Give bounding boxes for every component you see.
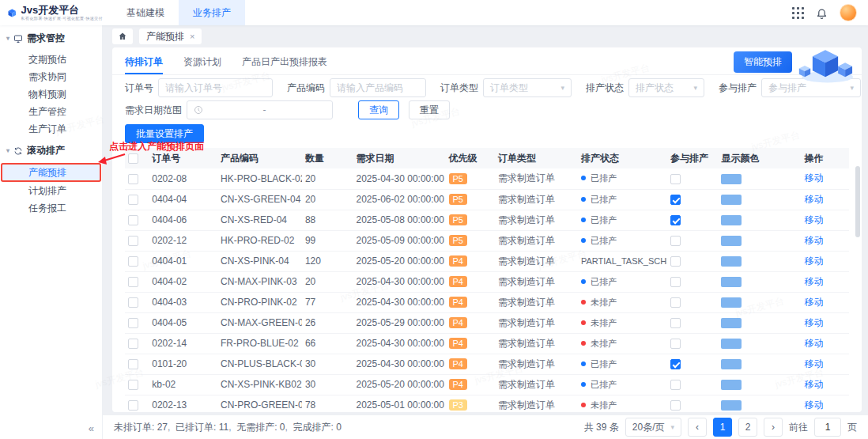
participate-checkbox[interactable]	[670, 236, 681, 246]
move-link[interactable]: 移动	[804, 194, 823, 205]
page-button-2[interactable]: 2	[738, 418, 757, 437]
sidebar-section-demand-control[interactable]: ▾ 需求管控	[0, 25, 102, 51]
move-link[interactable]: 移动	[804, 317, 823, 328]
participate-checkbox[interactable]	[670, 380, 681, 390]
top-tab-business-scheduling[interactable]: 业务排产	[179, 0, 245, 25]
color-swatch[interactable]	[721, 215, 742, 225]
next-page-button[interactable]: ›	[764, 418, 783, 437]
page-tab-label: 产能预排	[146, 30, 184, 44]
participate-checkbox[interactable]	[670, 277, 681, 287]
filter-row-2: 需求日期范围 - 查询 重置	[125, 100, 849, 119]
participate-checkbox[interactable]	[670, 215, 681, 225]
row-checkbox[interactable]	[128, 256, 138, 267]
table-row: 0404-04 CN-XS-GREEN-04 20 2025-06-02 00:…	[125, 189, 849, 210]
table-row: 0202-13 CN-PRO-GREEN-02 78 2025-05-01 00…	[125, 395, 849, 412]
participate-checkbox[interactable]	[670, 400, 681, 411]
user-avatar[interactable]	[840, 4, 857, 21]
row-checkbox[interactable]	[128, 215, 138, 225]
apps-grid-icon[interactable]	[792, 7, 804, 19]
row-checkbox[interactable]	[128, 195, 138, 205]
close-icon[interactable]: ×	[190, 32, 194, 41]
search-button[interactable]: 查询	[358, 100, 399, 119]
cubes-illustration-icon	[792, 47, 859, 85]
move-link[interactable]: 移动	[804, 235, 823, 246]
sidebar-item-production-control[interactable]: 生产管控	[0, 103, 102, 120]
row-checkbox[interactable]	[128, 380, 138, 390]
schedule-status-label: 排产状态	[586, 81, 624, 95]
move-link[interactable]: 移动	[804, 276, 823, 287]
color-swatch[interactable]	[721, 297, 742, 308]
participate-checkbox[interactable]	[670, 339, 681, 349]
row-checkbox[interactable]	[128, 277, 138, 287]
participate-checkbox[interactable]	[670, 195, 681, 205]
color-swatch[interactable]	[721, 236, 742, 246]
select-all-checkbox[interactable]	[128, 153, 138, 164]
color-swatch[interactable]	[721, 400, 742, 411]
smart-preschedule-button[interactable]: 智能预排	[734, 51, 792, 73]
tab-pending-orders[interactable]: 待排订单	[125, 52, 163, 74]
color-swatch[interactable]	[721, 359, 742, 369]
row-checkbox[interactable]	[128, 236, 138, 246]
product-code-input[interactable]	[330, 78, 426, 97]
annotation-arrow-icon	[98, 151, 128, 167]
color-swatch[interactable]	[721, 318, 742, 328]
color-swatch[interactable]	[721, 195, 742, 205]
color-swatch[interactable]	[721, 277, 742, 287]
color-swatch[interactable]	[721, 256, 742, 267]
participate-checkbox[interactable]	[670, 318, 681, 328]
row-checkbox[interactable]	[128, 339, 138, 349]
goto-page-input[interactable]	[814, 418, 841, 437]
bell-icon[interactable]	[816, 7, 828, 19]
header-actions	[792, 4, 868, 21]
reset-button[interactable]: 重置	[409, 100, 450, 119]
move-link[interactable]: 移动	[804, 255, 823, 267]
tab-daily-output-report[interactable]: 产品日产出预排报表	[242, 52, 327, 74]
participate-checkbox[interactable]	[670, 174, 681, 184]
color-swatch[interactable]	[721, 339, 742, 349]
top-nav: 基础建模 业务排产	[112, 0, 245, 25]
pagination: 共 39 条 20条/页 ▾ ‹ 1 2 › 前往 页	[584, 418, 857, 437]
home-tab[interactable]	[112, 28, 133, 44]
prev-page-button[interactable]: ‹	[688, 418, 707, 437]
row-checkbox[interactable]	[128, 297, 138, 308]
order-no-input[interactable]	[158, 78, 273, 97]
move-link[interactable]: 移动	[804, 214, 823, 225]
top-tab-basic-modeling[interactable]: 基础建模	[112, 0, 179, 25]
cell-order-type: 需求制造订单	[495, 312, 578, 333]
color-swatch[interactable]	[721, 174, 742, 184]
sidebar-item-delivery-estimate[interactable]: 交期预估	[0, 51, 102, 68]
sidebar-section-rolling-scheduling[interactable]: ▾ 滚动排产	[0, 138, 102, 163]
color-swatch[interactable]	[721, 380, 742, 390]
page-button-1[interactable]: 1	[713, 418, 732, 437]
date-range-picker[interactable]: -	[187, 100, 333, 119]
move-link[interactable]: 移动	[804, 379, 823, 390]
cell-product-code: CN-XS-PINK-KB02	[217, 374, 302, 395]
schedule-status-select[interactable]: 排产状态 ▾	[628, 78, 704, 97]
sidebar-item-demand-collaboration[interactable]: 需求协同	[0, 68, 102, 85]
sidebar-item-plan-scheduling[interactable]: 计划排产	[0, 182, 102, 199]
order-type-select[interactable]: 订单类型 ▾	[483, 78, 572, 97]
sidebar-collapse-button[interactable]: «	[89, 422, 94, 434]
row-checkbox[interactable]	[128, 174, 138, 184]
sidebar-item-material-forecast[interactable]: 物料预测	[0, 85, 102, 103]
move-link[interactable]: 移动	[804, 358, 823, 369]
move-link[interactable]: 移动	[804, 297, 823, 308]
row-checkbox[interactable]	[128, 359, 138, 369]
move-link[interactable]: 移动	[804, 338, 823, 349]
tab-resource-plan[interactable]: 资源计划	[183, 52, 221, 74]
page-size-select[interactable]: 20条/页 ▾	[625, 418, 681, 437]
move-link[interactable]: 移动	[804, 172, 823, 184]
home-icon	[118, 32, 127, 41]
row-checkbox[interactable]	[128, 318, 138, 328]
sidebar-item-capacity-prescheduling[interactable]: 产能预排	[2, 165, 100, 180]
participate-checkbox[interactable]	[670, 297, 681, 308]
participate-checkbox[interactable]	[670, 256, 681, 267]
participate-checkbox[interactable]	[670, 359, 681, 369]
row-checkbox[interactable]	[128, 400, 138, 411]
priority-badge: P5	[449, 214, 467, 225]
sidebar-item-production-order[interactable]: 生产订单	[0, 120, 102, 138]
page-tab-capacity-prescheduling[interactable]: 产能预排 ×	[139, 28, 202, 44]
scrollbar-thumb[interactable]	[855, 166, 860, 237]
move-link[interactable]: 移动	[804, 399, 823, 411]
sidebar-item-task-reporting[interactable]: 任务报工	[0, 199, 102, 217]
